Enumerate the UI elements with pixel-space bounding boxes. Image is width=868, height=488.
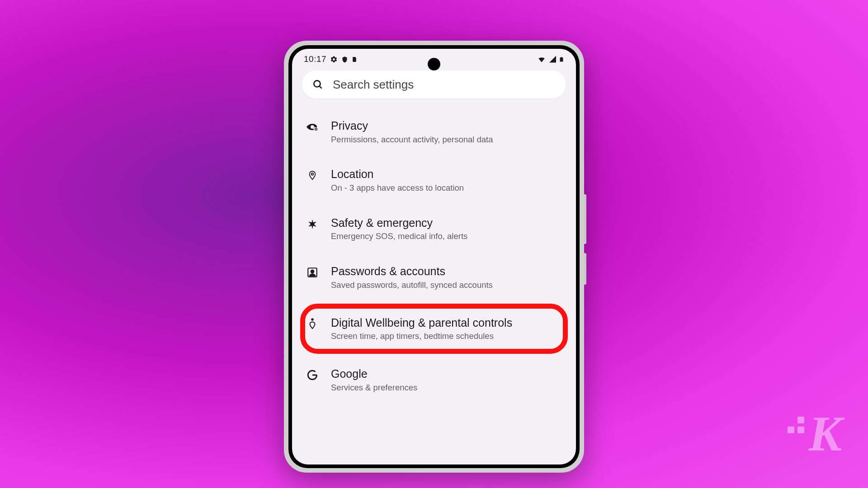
settings-item-digital-wellbeing[interactable]: Digital Wellbeing & parental controls Sc… [292, 302, 576, 356]
svg-point-6 [311, 270, 314, 273]
settings-title: Privacy [331, 118, 563, 133]
settings-subtitle: On - 3 apps have access to location [331, 183, 563, 194]
svg-rect-3 [316, 129, 316, 130]
svg-line-1 [319, 86, 321, 88]
settings-item-location[interactable]: Location On - 3 apps have access to loca… [292, 156, 576, 204]
account-box-icon [306, 266, 319, 279]
settings-title: Passwords & accounts [331, 264, 563, 279]
settings-subtitle: Saved passwords, autofill, synced accoun… [331, 280, 563, 291]
phone-screen: 10:17 [292, 49, 576, 465]
privacy-eye-icon [306, 120, 319, 134]
settings-subtitle: Screen time, app timers, bedtime schedul… [331, 331, 563, 342]
settings-subtitle: Emergency SOS, medical info, alerts [331, 231, 563, 242]
search-input[interactable]: Search settings [302, 70, 566, 99]
watermark-dots [781, 416, 808, 452]
search-icon [312, 79, 324, 90]
shield-icon [341, 56, 348, 63]
asterisk-icon [306, 217, 319, 231]
svg-point-7 [311, 318, 314, 321]
volume-button[interactable] [584, 194, 586, 244]
watermark-letter: K [809, 414, 842, 454]
phone-bezel: 10:17 [288, 45, 580, 468]
watermark-logo: K [781, 414, 842, 454]
wifi-icon [537, 55, 547, 63]
settings-title: Location [331, 167, 563, 182]
google-g-icon [306, 368, 319, 382]
camera-punch-hole [428, 58, 440, 70]
search-placeholder: Search settings [333, 78, 414, 92]
status-time: 10:17 [304, 54, 326, 64]
settings-list: Privacy Permissions, account activity, p… [292, 104, 576, 408]
settings-item-google[interactable]: Google Services & preferences [292, 356, 576, 404]
signal-icon [548, 55, 557, 63]
settings-item-privacy[interactable]: Privacy Permissions, account activity, p… [292, 108, 576, 156]
power-button[interactable] [584, 253, 586, 285]
settings-title: Google [331, 366, 563, 381]
battery-icon [559, 55, 564, 64]
settings-subtitle: Permissions, account activity, personal … [331, 134, 563, 145]
settings-title: Safety & emergency [331, 216, 563, 230]
svg-point-4 [311, 173, 314, 175]
status-right [537, 55, 564, 64]
settings-title: Digital Wellbeing & parental controls [331, 315, 563, 330]
gear-icon [330, 56, 338, 63]
phone-frame: 10:17 [284, 41, 584, 473]
status-left: 10:17 [304, 54, 358, 64]
sim-icon [352, 56, 358, 63]
settings-subtitle: Services & preferences [331, 382, 563, 394]
settings-item-passwords[interactable]: Passwords & accounts Saved passwords, au… [292, 253, 576, 301]
settings-item-safety[interactable]: Safety & emergency Emergency SOS, medica… [292, 205, 576, 253]
wellbeing-icon [306, 317, 319, 331]
svg-point-0 [314, 80, 320, 87]
location-pin-icon [306, 169, 319, 182]
